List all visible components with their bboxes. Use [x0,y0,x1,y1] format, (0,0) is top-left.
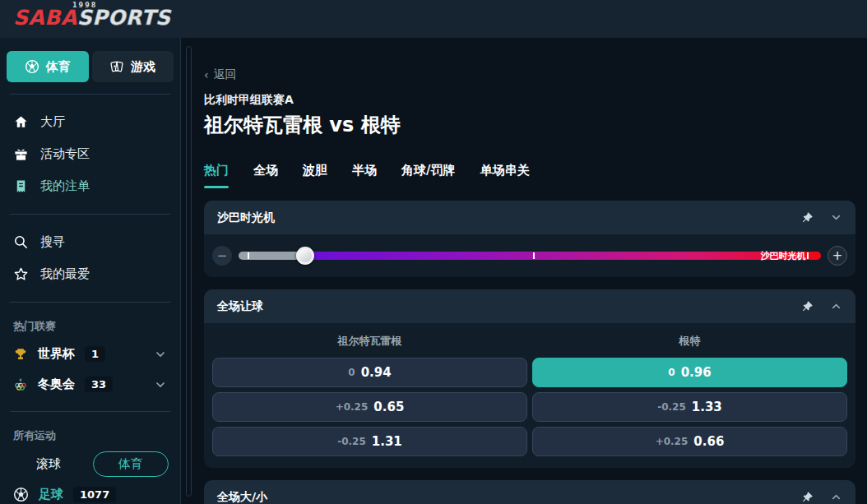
mode-tab-label: 游戏 [131,59,155,75]
back-label: 返回 [214,67,237,82]
pin-icon[interactable] [801,211,814,224]
tab-hot[interactable]: 热门 [204,163,229,188]
home-team-name: 祖尔特瓦雷根 [212,334,527,349]
sidebar-item-winter-olympics[interactable]: 冬奥会 33 [0,369,180,400]
league-name: 比利时甲组联赛A [204,93,855,108]
odds-button[interactable]: 0 0.94 [212,358,527,387]
sidebar-divider [10,302,170,303]
sidebar-mode-tabs: 体育 游戏 [0,51,180,82]
slider-thumb[interactable] [296,247,314,265]
sidebar-item-promotions[interactable]: 活动专区 [0,138,180,170]
sidebar-scrollbar[interactable] [186,46,192,497]
handicap-value: +0.25 [656,436,688,447]
sidebar-item-favorites[interactable]: 我的最爱 [0,258,180,290]
olympic-rings-icon [13,377,28,392]
mode-tab-label: 体育 [46,59,71,75]
sport-count-badge: 1077 [73,487,116,502]
sidebar-item-soccer[interactable]: 足球 1077 [0,477,180,504]
sidebar-item-search[interactable]: 搜寻 [0,226,180,258]
pin-icon[interactable] [801,300,814,312]
sidebar-item-label: 活动专区 [40,146,90,162]
back-button[interactable]: ‹ 返回 [204,38,237,82]
league-label: 世界杯 [38,346,75,362]
time-machine-panel: 沙巴时光机 − 沙巴时光机 + [204,201,855,277]
odds-button-selected[interactable]: 0 0.96 [532,358,847,387]
all-sports-heading: 所有运动 [0,423,180,448]
soccer-ball-icon [13,487,29,502]
slider-minus-button[interactable]: − [212,246,232,266]
chevron-up-icon[interactable] [830,491,842,503]
logo-year: 1998 [72,2,97,9]
over-under-header[interactable]: 全场大/小 [204,480,855,504]
soccer-ball-icon [25,59,39,74]
hot-leagues-heading: 热门联赛 [0,314,180,339]
tab-corners-cards[interactable]: 角球/罚牌 [401,163,455,188]
toggle-sports[interactable]: 体育 [93,451,169,477]
search-icon [13,234,29,250]
away-team-name: 根特 [532,334,847,349]
league-count-badge: 33 [85,377,113,392]
top-bar: 1998 SABA SPORTS [0,0,867,38]
handicap-panel: 全场让球 祖尔特瓦雷根 根特 0 0.94 0 0.96 [204,289,855,468]
tab-single-parlay[interactable]: 单场串关 [480,163,529,188]
team-columns: 祖尔特瓦雷根 根特 [204,323,855,352]
handicap-header[interactable]: 全场让球 [204,289,855,323]
odds-value: 1.31 [372,434,402,449]
sidebar-divider [10,411,170,412]
handicap-value: -0.25 [337,436,366,447]
pin-icon[interactable] [801,491,814,503]
odds-button[interactable]: +0.25 0.66 [532,427,847,456]
slider-tick [807,252,809,259]
sidebar-divider [10,214,170,215]
tab-correct-score[interactable]: 波胆 [303,163,327,188]
tab-half-time[interactable]: 半场 [352,163,377,188]
live-prematch-toggle: 滚球 体育 [0,448,180,477]
odds-grid: 0 0.94 0 0.96 +0.25 0.65 -0.25 1.33 -0.2… [204,352,855,468]
odds-button[interactable]: +0.25 0.65 [212,392,527,422]
tab-full-time[interactable]: 全场 [253,163,278,188]
odds-value: 0.65 [373,400,404,414]
time-machine-slider-track[interactable]: 沙巴时光机 [239,252,821,260]
match-title: 祖尔特瓦雷根 vs 根特 [204,112,855,138]
sidebar-item-label: 我的最爱 [40,266,90,282]
gift-icon [13,146,29,162]
sidebar: 体育 游戏 大厅 活动专区 我的注单 搜寻 [0,38,181,504]
time-machine-slider-row: − 沙巴时光机 + [204,234,855,277]
slider-plus-button[interactable]: + [828,246,847,266]
cards-icon [109,59,124,74]
handicap-value: -0.25 [657,401,686,413]
mode-tab-sports[interactable]: 体育 [7,51,89,82]
chevron-up-icon[interactable] [830,300,842,312]
slider-tick [248,252,249,259]
logo-saba-text: SABA [13,6,77,30]
chevron-down-icon[interactable] [154,378,167,391]
sport-label: 足球 [39,487,63,502]
league-label: 冬奥会 [38,377,75,392]
over-under-panel: 全场大/小 [204,480,855,504]
odds-button[interactable]: -0.25 1.31 [212,427,527,456]
sidebar-item-label: 搜寻 [40,234,65,250]
chevron-down-icon[interactable] [154,348,167,361]
toggle-in-play[interactable]: 滚球 [12,452,86,476]
sidebar-item-world-cup[interactable]: 世界杯 1 [0,339,180,369]
market-tabs: 热门 全场 波胆 半场 角球/罚牌 单场串关 [204,163,855,188]
sidebar-item-lobby[interactable]: 大厅 [0,106,180,138]
slider-tick [533,252,535,259]
panel-title: 全场让球 [217,299,263,314]
odds-button[interactable]: -0.25 1.33 [532,392,847,422]
main-content: ‹ 返回 比利时甲组联赛A 祖尔特瓦雷根 vs 根特 热门 全场 波胆 半场 角… [194,38,867,504]
odds-value: 0.94 [361,365,392,380]
handicap-value: +0.25 [336,401,369,413]
sidebar-item-my-bets[interactable]: 我的注单 [0,170,180,202]
league-count-badge: 1 [85,346,105,362]
handicap-value: 0 [348,367,355,378]
time-machine-header[interactable]: 沙巴时光机 [204,201,855,234]
saba-sports-logo[interactable]: 1998 SABA SPORTS [13,6,171,30]
chevron-down-icon[interactable] [830,211,842,224]
mode-tab-games[interactable]: 游戏 [92,51,174,82]
trophy-icon [13,347,28,362]
logo-sports-text: SPORTS [77,6,171,30]
sidebar-item-label: 大厅 [40,114,65,130]
slider-track-gradient-segment [305,252,821,260]
sidebar-item-label: 我的注单 [40,178,90,194]
